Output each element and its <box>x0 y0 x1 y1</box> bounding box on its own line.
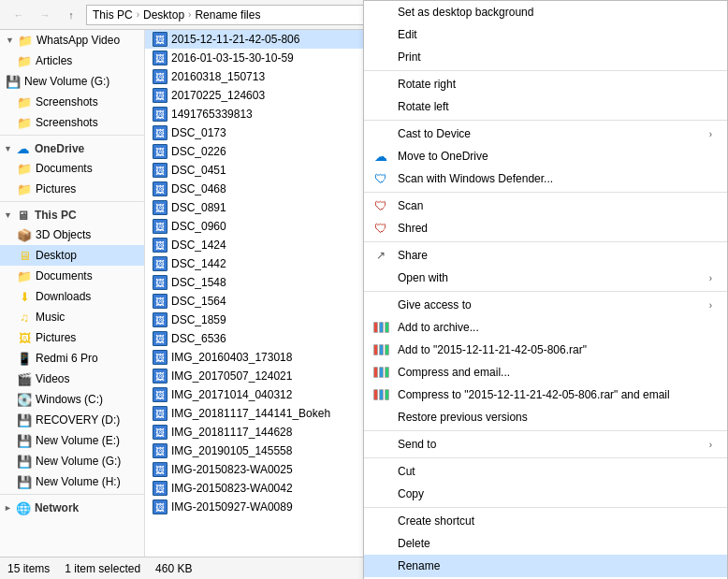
sidebar-item-documents-od[interactable]: 📁 Documents <box>0 158 144 179</box>
sidebar-item-network[interactable]: ► 🌐 Network <box>0 497 144 517</box>
file-name: 2016-01-03-15-30-10-59 <box>171 51 294 65</box>
sidebar-item-3d-objects[interactable]: 📦 3D Objects <box>0 224 144 245</box>
sidebar-item-screenshots-1[interactable]: 📁 Screenshots <box>0 92 144 112</box>
context-menu-item-create-shortcut[interactable]: Create shortcut <box>364 510 727 532</box>
context-menu-item-edit[interactable]: Edit <box>364 23 727 46</box>
context-menu-item-cast-to-device[interactable]: Cast to Device› <box>364 123 727 145</box>
file-name: DSC_1548 <box>171 276 226 289</box>
sidebar: ▼ 📁 WhatsApp Video 📁 Articles 💾 New Volu… <box>0 30 145 557</box>
context-menu-item-delete[interactable]: Delete <box>364 532 727 555</box>
sidebar-item-redmi-6-pro[interactable]: 📱 Redmi 6 Pro <box>0 348 144 369</box>
file-name: DSC_0468 <box>171 182 226 195</box>
file-icon: 🖼 <box>153 312 167 327</box>
context-menu-item-give-access[interactable]: Give access to› <box>364 294 727 316</box>
file-name: 1491765339813 <box>171 108 253 121</box>
context-menu-item-label: Compress and email... <box>398 366 712 379</box>
rar-icon <box>371 322 390 333</box>
sidebar-item-label: New Volume (H:) <box>36 475 121 488</box>
context-menu-item-copy[interactable]: Copy <box>364 483 727 505</box>
context-menu-item-scan[interactable]: 🛡Scan <box>364 195 727 217</box>
breadcrumb-desktop: Desktop <box>143 8 184 22</box>
submenu-arrow-icon: › <box>709 273 712 283</box>
context-menu-item-rotate-left[interactable]: Rotate left <box>364 95 727 118</box>
file-icon: 🖼 <box>153 425 167 440</box>
context-menu-item-add-to-archive[interactable]: Add to archive... <box>364 316 727 339</box>
folder-icon: 📁 <box>17 181 32 196</box>
sidebar-item-whatsapp-video[interactable]: ▼ 📁 WhatsApp Video <box>0 30 144 51</box>
file-size: 460 KB <box>155 562 192 575</box>
context-menu-item-label: Delete <box>398 537 712 550</box>
sidebar-item-recovery-d[interactable]: 💾 RECOVERY (D:) <box>0 410 144 430</box>
context-menu-item-scan-defender[interactable]: 🛡Scan with Windows Defender... <box>364 167 727 190</box>
back-button[interactable]: ← <box>7 4 30 26</box>
sidebar-item-new-volume-e[interactable]: 💾 New Volume (E:) <box>0 430 144 451</box>
context-menu-item-send-to[interactable]: Send to› <box>364 433 727 456</box>
sidebar-item-label: Screenshots <box>36 116 98 129</box>
sidebar-item-label: Desktop <box>36 249 77 262</box>
context-menu-item-compress-rar-email[interactable]: Compress to "2015-12-11-21-42-05-806.rar… <box>364 384 727 406</box>
sidebar-item-music[interactable]: ♫ Music <box>0 307 144 327</box>
context-menu-item-move-to-onedrive[interactable]: ☁Move to OneDrive <box>364 145 727 167</box>
folder-icon: 📁 <box>18 33 33 48</box>
sidebar-item-downloads[interactable]: ⬇ Downloads <box>0 286 144 307</box>
context-menu-item-shred[interactable]: 🛡Shred <box>364 217 727 239</box>
up-button[interactable]: ↑ <box>60 4 82 26</box>
sidebar-item-pictures-od[interactable]: 📁 Pictures <box>0 179 144 199</box>
context-menu-item-add-to-rar[interactable]: Add to "2015-12-11-21-42-05-806.rar" <box>364 339 727 361</box>
sidebar-divider <box>0 494 144 495</box>
context-menu-item-cut[interactable]: Cut <box>364 460 727 483</box>
forward-button[interactable]: → <box>34 4 56 26</box>
file-name: DSC_1424 <box>171 239 226 252</box>
sidebar-item-label: Screenshots <box>36 95 98 109</box>
file-name: DSC_0451 <box>171 164 226 177</box>
context-menu-item-label: Open with <box>398 271 702 284</box>
sidebar-item-articles[interactable]: 📁 Articles <box>0 51 144 71</box>
sidebar-item-new-volume-h[interactable]: 💾 New Volume (H:) <box>0 471 144 492</box>
selected-info: 1 item selected <box>65 562 140 575</box>
file-name: DSC_0226 <box>171 145 226 158</box>
sidebar-item-label: Documents <box>36 269 93 282</box>
context-menu-separator <box>364 70 727 71</box>
folder-special-icon: 🎬 <box>17 371 32 386</box>
context-menu-separator <box>364 291 727 292</box>
sidebar-item-new-volume-g2[interactable]: 💾 New Volume (G:) <box>0 451 144 471</box>
onedrive-icon: ☁ <box>16 141 31 156</box>
context-menu-item-share[interactable]: ↗Share <box>364 244 727 267</box>
file-name: DSC_1859 <box>171 313 226 326</box>
context-menu-item-label: Cast to Device <box>398 127 702 140</box>
context-menu-item-compress-email[interactable]: Compress and email... <box>364 361 727 384</box>
file-icon: 🖼 <box>153 275 167 290</box>
drive-icon: 💾 <box>17 454 32 469</box>
sidebar-item-pictures-pc[interactable]: 🖼 Pictures <box>0 327 144 348</box>
context-menu-item-set-desktop-bg[interactable]: Set as desktop background <box>364 1 727 23</box>
drive-icon: 💾 <box>6 74 21 89</box>
context-menu-item-label: Restore previous versions <box>398 411 712 424</box>
breadcrumb-sep-2: › <box>188 9 191 20</box>
sidebar-item-label: RECOVERY (D:) <box>36 413 120 427</box>
submenu-arrow-icon: › <box>709 300 712 311</box>
sidebar-item-this-pc[interactable]: ▼ 🖥 This PC <box>0 204 144 224</box>
pc-icon: 🖥 <box>16 208 31 223</box>
sidebar-item-desktop[interactable]: 🖥 Desktop <box>0 245 144 266</box>
sidebar-item-new-volume-g[interactable]: 💾 New Volume (G:) <box>0 71 144 92</box>
drive-sys-icon: 💽 <box>17 392 32 407</box>
context-menu-item-rename[interactable]: Rename <box>364 555 727 577</box>
context-menu-item-label: Send to <box>398 438 702 451</box>
context-menu-separator <box>364 430 727 431</box>
sidebar-item-label: Network <box>35 501 79 514</box>
context-menu-item-print[interactable]: Print <box>364 46 727 68</box>
sidebar-item-onedrive[interactable]: ▼ ☁ OneDrive <box>0 138 144 158</box>
context-menu-item-restore-prev[interactable]: Restore previous versions <box>364 406 727 428</box>
sidebar-item-documents-pc[interactable]: 📁 Documents <box>0 266 144 286</box>
sidebar-item-videos[interactable]: 🎬 Videos <box>0 369 144 389</box>
file-name: IMG-20150823-WA0042 <box>171 482 293 495</box>
sidebar-divider <box>0 135 144 136</box>
context-menu-item-rotate-right[interactable]: Rotate right <box>364 73 727 95</box>
file-icon: 🖼 <box>153 219 167 234</box>
context-menu-separator <box>364 507 727 508</box>
context-menu-item-open-with[interactable]: Open with› <box>364 267 727 289</box>
sidebar-item-screenshots-2[interactable]: 📁 Screenshots <box>0 112 144 133</box>
file-icon: 🖼 <box>153 181 167 196</box>
rar-icon <box>371 344 390 355</box>
sidebar-item-windows-c[interactable]: 💽 Windows (C:) <box>0 389 144 410</box>
